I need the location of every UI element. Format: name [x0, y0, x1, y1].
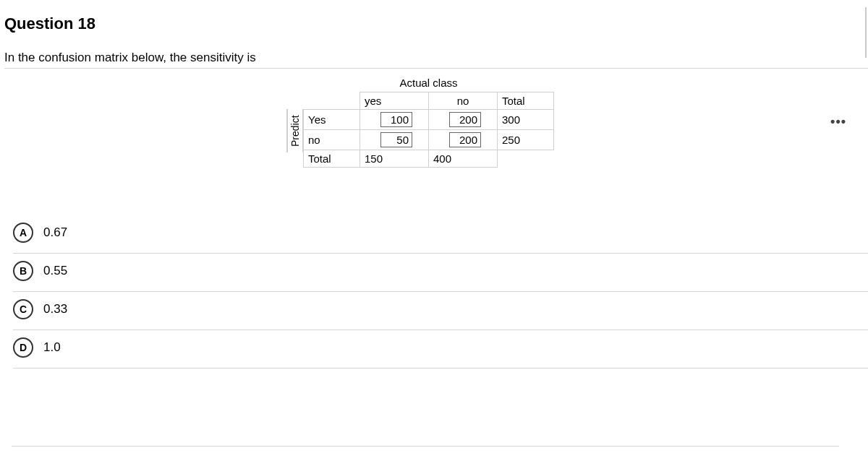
divider [4, 68, 868, 69]
option-letter: D [13, 337, 33, 358]
more-icon[interactable]: ••• [830, 114, 846, 129]
option-letter: C [13, 299, 33, 319]
option-text: 0.33 [43, 302, 67, 316]
cell-r2c2: 200 [429, 129, 498, 150]
cell-tc1: 150 [360, 150, 429, 167]
option-text: 0.55 [43, 264, 67, 278]
question-prompt: In the confusion matrix below, the sensi… [4, 51, 868, 65]
row-axis-label: Predict [286, 109, 303, 152]
confusion-matrix-table: Actual class yes no Total Yes 100 200 30… [303, 74, 554, 168]
option-text: 0.67 [43, 225, 67, 240]
cell-r1c1: 100 [360, 109, 429, 129]
cell-r1total: 300 [498, 109, 554, 129]
cell-r2c1: 50 [360, 129, 429, 150]
option-d[interactable]: D 1.0 [13, 330, 868, 369]
answer-options: A 0.67 B 0.55 C 0.33 D 1.0 [13, 215, 868, 369]
option-text: 1.0 [43, 340, 61, 355]
scrollbar-fragment [865, 7, 867, 58]
row-header-total: Total [304, 150, 360, 167]
option-c[interactable]: C 0.33 [13, 292, 868, 330]
option-letter: B [13, 261, 33, 281]
footer-divider [12, 446, 839, 447]
option-a[interactable]: A 0.67 [13, 215, 868, 254]
col-axis-label: Actual class [360, 74, 498, 92]
confusion-matrix: Predict Actual class yes no Total Yes 10… [286, 74, 868, 168]
cell-r2total: 250 [498, 129, 554, 150]
cell-r1c2: 200 [429, 109, 498, 129]
option-letter: A [13, 223, 33, 243]
option-b[interactable]: B 0.55 [13, 254, 868, 292]
col-header-yes: yes [360, 92, 429, 109]
col-header-no: no [429, 92, 498, 109]
cell-tc2: 400 [429, 150, 498, 167]
question-title: Question 18 [4, 14, 868, 33]
col-header-total: Total [498, 92, 554, 109]
row-header-no: no [304, 129, 360, 150]
row-header-yes: Yes [304, 109, 360, 129]
